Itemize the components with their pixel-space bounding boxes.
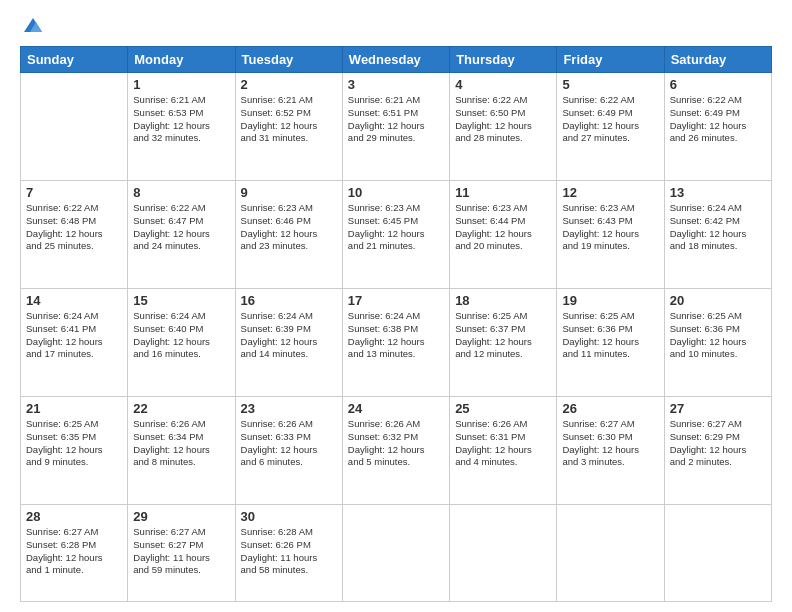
calendar-cell: 13Sunrise: 6:24 AM Sunset: 6:42 PM Dayli…	[664, 180, 771, 288]
day-info: Sunrise: 6:24 AM Sunset: 6:42 PM Dayligh…	[670, 202, 766, 253]
day-info: Sunrise: 6:25 AM Sunset: 6:37 PM Dayligh…	[455, 310, 551, 361]
day-info: Sunrise: 6:22 AM Sunset: 6:49 PM Dayligh…	[562, 94, 658, 145]
day-info: Sunrise: 6:26 AM Sunset: 6:34 PM Dayligh…	[133, 418, 229, 469]
day-number: 13	[670, 185, 766, 200]
weekday-header-friday: Friday	[557, 47, 664, 73]
calendar-cell: 7Sunrise: 6:22 AM Sunset: 6:48 PM Daylig…	[21, 180, 128, 288]
day-info: Sunrise: 6:26 AM Sunset: 6:31 PM Dayligh…	[455, 418, 551, 469]
week-row-2: 7Sunrise: 6:22 AM Sunset: 6:48 PM Daylig…	[21, 180, 772, 288]
logo-icon	[22, 14, 44, 36]
day-number: 5	[562, 77, 658, 92]
day-info: Sunrise: 6:24 AM Sunset: 6:38 PM Dayligh…	[348, 310, 444, 361]
day-info: Sunrise: 6:21 AM Sunset: 6:53 PM Dayligh…	[133, 94, 229, 145]
calendar-cell: 21Sunrise: 6:25 AM Sunset: 6:35 PM Dayli…	[21, 396, 128, 504]
day-number: 19	[562, 293, 658, 308]
day-info: Sunrise: 6:24 AM Sunset: 6:41 PM Dayligh…	[26, 310, 122, 361]
weekday-header-sunday: Sunday	[21, 47, 128, 73]
day-number: 17	[348, 293, 444, 308]
day-number: 7	[26, 185, 122, 200]
weekday-header-row: SundayMondayTuesdayWednesdayThursdayFrid…	[21, 47, 772, 73]
day-info: Sunrise: 6:27 AM Sunset: 6:29 PM Dayligh…	[670, 418, 766, 469]
calendar-cell	[21, 73, 128, 181]
calendar-cell: 18Sunrise: 6:25 AM Sunset: 6:37 PM Dayli…	[450, 288, 557, 396]
day-info: Sunrise: 6:26 AM Sunset: 6:33 PM Dayligh…	[241, 418, 337, 469]
logo-text	[20, 16, 44, 36]
calendar-cell: 20Sunrise: 6:25 AM Sunset: 6:36 PM Dayli…	[664, 288, 771, 396]
day-number: 28	[26, 509, 122, 524]
day-number: 3	[348, 77, 444, 92]
day-info: Sunrise: 6:26 AM Sunset: 6:32 PM Dayligh…	[348, 418, 444, 469]
page: SundayMondayTuesdayWednesdayThursdayFrid…	[0, 0, 792, 612]
day-info: Sunrise: 6:22 AM Sunset: 6:50 PM Dayligh…	[455, 94, 551, 145]
calendar-cell: 6Sunrise: 6:22 AM Sunset: 6:49 PM Daylig…	[664, 73, 771, 181]
week-row-4: 21Sunrise: 6:25 AM Sunset: 6:35 PM Dayli…	[21, 396, 772, 504]
day-info: Sunrise: 6:21 AM Sunset: 6:52 PM Dayligh…	[241, 94, 337, 145]
weekday-header-tuesday: Tuesday	[235, 47, 342, 73]
day-number: 20	[670, 293, 766, 308]
day-info: Sunrise: 6:21 AM Sunset: 6:51 PM Dayligh…	[348, 94, 444, 145]
calendar-cell: 5Sunrise: 6:22 AM Sunset: 6:49 PM Daylig…	[557, 73, 664, 181]
calendar-cell: 22Sunrise: 6:26 AM Sunset: 6:34 PM Dayli…	[128, 396, 235, 504]
day-number: 6	[670, 77, 766, 92]
day-number: 16	[241, 293, 337, 308]
calendar-cell: 19Sunrise: 6:25 AM Sunset: 6:36 PM Dayli…	[557, 288, 664, 396]
week-row-3: 14Sunrise: 6:24 AM Sunset: 6:41 PM Dayli…	[21, 288, 772, 396]
day-number: 4	[455, 77, 551, 92]
day-info: Sunrise: 6:23 AM Sunset: 6:46 PM Dayligh…	[241, 202, 337, 253]
week-row-1: 1Sunrise: 6:21 AM Sunset: 6:53 PM Daylig…	[21, 73, 772, 181]
calendar-cell: 11Sunrise: 6:23 AM Sunset: 6:44 PM Dayli…	[450, 180, 557, 288]
calendar-cell: 16Sunrise: 6:24 AM Sunset: 6:39 PM Dayli…	[235, 288, 342, 396]
day-info: Sunrise: 6:25 AM Sunset: 6:35 PM Dayligh…	[26, 418, 122, 469]
day-info: Sunrise: 6:24 AM Sunset: 6:39 PM Dayligh…	[241, 310, 337, 361]
day-number: 11	[455, 185, 551, 200]
day-info: Sunrise: 6:22 AM Sunset: 6:49 PM Dayligh…	[670, 94, 766, 145]
calendar-cell: 24Sunrise: 6:26 AM Sunset: 6:32 PM Dayli…	[342, 396, 449, 504]
day-info: Sunrise: 6:23 AM Sunset: 6:43 PM Dayligh…	[562, 202, 658, 253]
logo	[20, 16, 44, 36]
day-number: 29	[133, 509, 229, 524]
calendar-cell: 8Sunrise: 6:22 AM Sunset: 6:47 PM Daylig…	[128, 180, 235, 288]
day-number: 1	[133, 77, 229, 92]
day-number: 21	[26, 401, 122, 416]
day-info: Sunrise: 6:27 AM Sunset: 6:30 PM Dayligh…	[562, 418, 658, 469]
day-number: 18	[455, 293, 551, 308]
day-info: Sunrise: 6:27 AM Sunset: 6:28 PM Dayligh…	[26, 526, 122, 577]
calendar-cell: 25Sunrise: 6:26 AM Sunset: 6:31 PM Dayli…	[450, 396, 557, 504]
weekday-header-thursday: Thursday	[450, 47, 557, 73]
day-info: Sunrise: 6:23 AM Sunset: 6:44 PM Dayligh…	[455, 202, 551, 253]
day-number: 30	[241, 509, 337, 524]
day-info: Sunrise: 6:22 AM Sunset: 6:47 PM Dayligh…	[133, 202, 229, 253]
weekday-header-monday: Monday	[128, 47, 235, 73]
calendar-cell: 1Sunrise: 6:21 AM Sunset: 6:53 PM Daylig…	[128, 73, 235, 181]
day-info: Sunrise: 6:28 AM Sunset: 6:26 PM Dayligh…	[241, 526, 337, 577]
calendar-cell: 3Sunrise: 6:21 AM Sunset: 6:51 PM Daylig…	[342, 73, 449, 181]
calendar-cell: 27Sunrise: 6:27 AM Sunset: 6:29 PM Dayli…	[664, 396, 771, 504]
weekday-header-wednesday: Wednesday	[342, 47, 449, 73]
calendar-cell	[342, 504, 449, 601]
day-number: 9	[241, 185, 337, 200]
day-info: Sunrise: 6:22 AM Sunset: 6:48 PM Dayligh…	[26, 202, 122, 253]
calendar-cell: 4Sunrise: 6:22 AM Sunset: 6:50 PM Daylig…	[450, 73, 557, 181]
day-info: Sunrise: 6:23 AM Sunset: 6:45 PM Dayligh…	[348, 202, 444, 253]
calendar-cell: 23Sunrise: 6:26 AM Sunset: 6:33 PM Dayli…	[235, 396, 342, 504]
calendar-cell: 14Sunrise: 6:24 AM Sunset: 6:41 PM Dayli…	[21, 288, 128, 396]
day-number: 14	[26, 293, 122, 308]
weekday-header-saturday: Saturday	[664, 47, 771, 73]
calendar-cell: 29Sunrise: 6:27 AM Sunset: 6:27 PM Dayli…	[128, 504, 235, 601]
day-info: Sunrise: 6:27 AM Sunset: 6:27 PM Dayligh…	[133, 526, 229, 577]
calendar-cell: 12Sunrise: 6:23 AM Sunset: 6:43 PM Dayli…	[557, 180, 664, 288]
calendar-cell: 10Sunrise: 6:23 AM Sunset: 6:45 PM Dayli…	[342, 180, 449, 288]
day-number: 12	[562, 185, 658, 200]
day-info: Sunrise: 6:25 AM Sunset: 6:36 PM Dayligh…	[562, 310, 658, 361]
calendar-cell: 26Sunrise: 6:27 AM Sunset: 6:30 PM Dayli…	[557, 396, 664, 504]
calendar-cell: 28Sunrise: 6:27 AM Sunset: 6:28 PM Dayli…	[21, 504, 128, 601]
day-number: 26	[562, 401, 658, 416]
day-number: 27	[670, 401, 766, 416]
calendar-cell: 15Sunrise: 6:24 AM Sunset: 6:40 PM Dayli…	[128, 288, 235, 396]
day-info: Sunrise: 6:25 AM Sunset: 6:36 PM Dayligh…	[670, 310, 766, 361]
calendar-cell	[557, 504, 664, 601]
day-number: 2	[241, 77, 337, 92]
calendar-cell: 9Sunrise: 6:23 AM Sunset: 6:46 PM Daylig…	[235, 180, 342, 288]
day-number: 22	[133, 401, 229, 416]
day-info: Sunrise: 6:24 AM Sunset: 6:40 PM Dayligh…	[133, 310, 229, 361]
